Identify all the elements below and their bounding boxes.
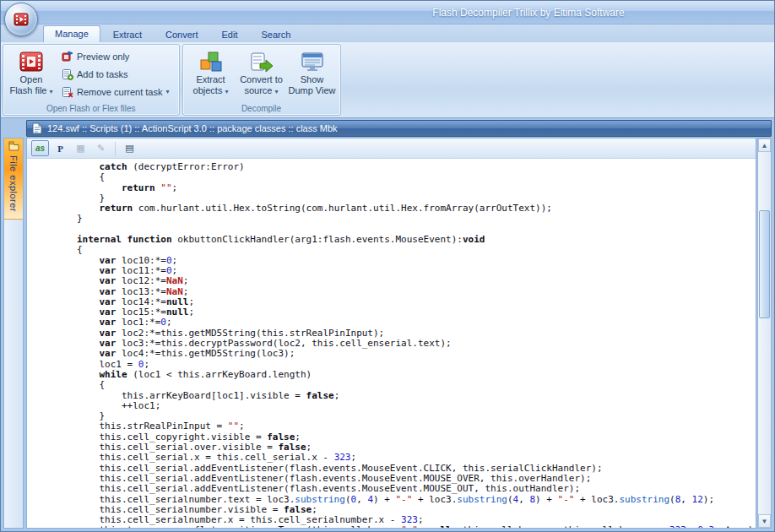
preview-only-button[interactable]: Preview only	[59, 49, 174, 65]
open-flash-file-icon	[19, 49, 44, 74]
scroll-up-button[interactable]: ▲	[758, 138, 771, 152]
raw-view-icon: ▦	[76, 143, 84, 154]
group-decompile: Extract objects ▾ Convert to source ▾	[182, 44, 341, 116]
decompile-group-label: Decompile	[183, 102, 340, 115]
actionscript-view-label: as	[35, 144, 45, 153]
chevron-down-icon: ▾	[225, 88, 228, 95]
add-to-tasks-icon	[62, 68, 73, 80]
pcode-view-label: P	[57, 144, 63, 154]
code-line: this.arrKeyBoard[loc1].visible = false;	[32, 391, 756, 401]
code-view[interactable]: catch (decryptError:Error) { return ""; …	[27, 159, 756, 528]
preview-only-label: Preview only	[77, 52, 129, 62]
vertical-scrollbar: ▲ ▼	[757, 138, 772, 529]
title-bar[interactable]: Flash Decompiler Trillix by Eltima Softw…	[1, 1, 774, 24]
code-line: this.strRealPinInput = "";	[32, 421, 756, 432]
remove-task-icon	[62, 86, 73, 98]
script-editor: as P ▦ ✎ ▤ catch (decryptError:Error)	[26, 138, 756, 529]
pcode-view-button[interactable]: P	[51, 140, 69, 156]
add-to-tasks-button[interactable]: Add to tasks	[59, 67, 174, 83]
code-line: internal function okbuttonClickHandler(a…	[32, 235, 756, 245]
flash-orb-icon	[12, 10, 30, 29]
tab-extract[interactable]: Extract	[102, 27, 153, 42]
extract-objects-icon	[198, 49, 224, 74]
script-file-icon	[32, 122, 42, 134]
code-line: }	[32, 214, 756, 224]
toolbar-separator	[115, 142, 116, 155]
convert-to-source-icon	[249, 49, 274, 74]
breadcrumb-path: 124.swf :: Scripts (1) :: ActionScript 3…	[47, 123, 338, 133]
code-line: var loc13:*=NaN;	[32, 287, 756, 297]
open-flash-file-button[interactable]: Open Flash file ▾	[7, 46, 56, 102]
tab-edit[interactable]: Edit	[211, 27, 249, 42]
open-group-label: Open Flash or Flex files	[3, 102, 179, 115]
scroll-down-button[interactable]: ▼	[758, 514, 771, 528]
code-line: return "";	[32, 183, 756, 193]
extract-objects-line2: objects	[193, 85, 223, 95]
chevron-down-icon: ▾	[165, 89, 169, 95]
code-line: return com.hurlant.util.Hex.toString(com…	[32, 204, 756, 214]
show-dump-view-line1: Show	[301, 74, 324, 85]
breadcrumb: 124.swf :: Scripts (1) :: ActionScript 3…	[26, 120, 772, 137]
file-explorer-label: File explorer	[8, 155, 19, 212]
code-line: {	[32, 245, 756, 255]
code-line: var loc1:*=0;	[32, 318, 756, 328]
open-flash-label-line2: Flash file	[9, 85, 46, 95]
breadcrumb-left-gutter	[3, 120, 26, 137]
add-to-tasks-label: Add to tasks	[77, 69, 128, 79]
code-line: var loc12:*=NaN;	[32, 276, 756, 286]
remove-current-task-label: Remove current task	[77, 87, 162, 97]
show-dump-view-button[interactable]: Show Dump View	[288, 46, 337, 102]
show-dump-view-icon	[300, 49, 325, 74]
show-dump-view-line2: Dump View	[288, 85, 335, 96]
app-window: Flash Decompiler Trillix by Eltima Softw…	[0, 0, 775, 532]
edit-script-button: ✎	[92, 140, 110, 156]
convert-to-source-button[interactable]: Convert to source ▾	[237, 46, 286, 102]
remove-current-task-button[interactable]: Remove current task ▾	[59, 84, 174, 100]
ribbon-tab-row: Manage Extract Convert Edit Search	[1, 24, 774, 42]
extract-objects-button[interactable]: Extract objects ▾	[187, 46, 236, 102]
side-panel-strip: File explorer	[3, 138, 24, 529]
group-open-flash: Open Flash file ▾ Preview only	[3, 44, 180, 116]
script-properties-button[interactable]: ▤	[121, 140, 138, 156]
code-line: ++loc1;	[32, 401, 756, 411]
script-properties-icon: ▤	[125, 143, 133, 154]
main-area: File explorer as P ▦ ✎ ▤	[1, 138, 774, 531]
extract-objects-line1: Extract	[196, 74, 225, 85]
editor-toolbar: as P ▦ ✎ ▤	[27, 138, 756, 159]
chevron-down-icon: ▾	[275, 88, 279, 95]
ribbon: Open Flash file ▾ Preview only	[1, 42, 774, 118]
code-line: this.cell_serialnumber.text = loc3.subst…	[32, 495, 756, 505]
chevron-down-icon: ▾	[50, 88, 53, 95]
code-line: this.tween = new fl.transitions.Tween(th…	[32, 525, 756, 528]
convert-to-source-line1: Convert to	[240, 74, 283, 85]
code-line: {	[32, 380, 756, 390]
file-explorer-icon	[8, 141, 19, 151]
convert-to-source-line2: source	[244, 85, 272, 95]
open-group-small-buttons: Preview only Add to tasks	[57, 46, 176, 102]
file-explorer-tab[interactable]: File explorer	[4, 138, 23, 220]
breadcrumb-row: 124.swf :: Scripts (1) :: ActionScript 3…	[1, 118, 774, 138]
tab-search[interactable]: Search	[251, 27, 302, 42]
open-flash-label-line1: Open	[20, 74, 43, 85]
code-line: while (loc1 < this.arrKeyBoard.length)	[32, 370, 756, 380]
vscroll-track[interactable]	[758, 152, 771, 514]
edit-pencil-icon: ✎	[97, 143, 105, 154]
window-title: Flash Decompiler Trillix by Eltima Softw…	[288, 1, 769, 24]
preview-only-icon	[62, 51, 73, 62]
raw-view-button: ▦	[72, 140, 89, 156]
tab-convert[interactable]: Convert	[154, 27, 209, 42]
vscroll-thumb[interactable]	[759, 210, 770, 319]
code-line: catch (decryptError:Error)	[32, 162, 756, 172]
tab-manage[interactable]: Manage	[43, 25, 100, 42]
actionscript-view-button[interactable]: as	[31, 140, 49, 156]
code-line: this.cell_serial.x = this.cell_serial.x …	[32, 453, 756, 463]
app-menu-button[interactable]	[4, 3, 38, 36]
